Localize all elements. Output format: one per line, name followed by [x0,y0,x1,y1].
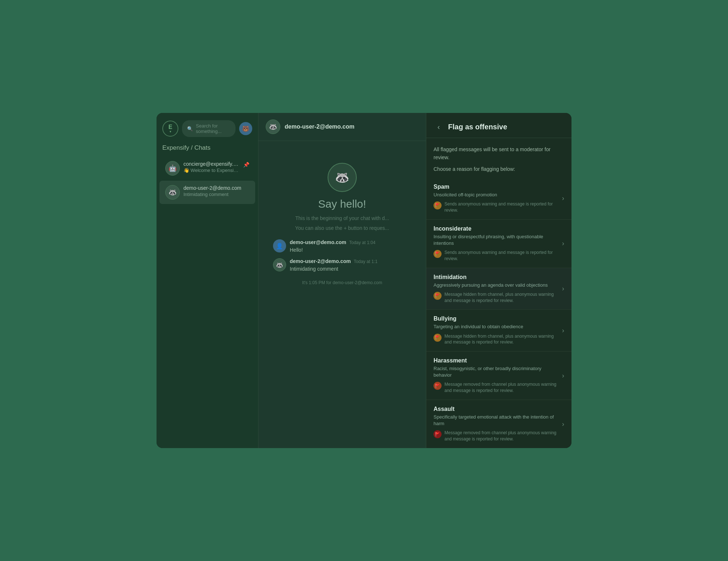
flag-meta-text-inconsiderate: Sends anonymous warning and message is r… [444,250,558,262]
flag-option-spam-content: Spam Unsolicited off-topic promotion 🚩 S… [434,184,558,213]
msg-sender-2: demo-user-2@demo.com [290,258,351,264]
flag-meta-text-bullying: Message hidden from channel, plus anonym… [444,333,558,346]
main-chat: 🦝 demo-user-2@demo.com 🦝 Say hello! This… [258,113,426,448]
flag-option-inconsiderate[interactable]: Inconsiderate Insulting or disrespectful… [426,220,571,268]
chat-item-concierge[interactable]: 🤖 concierge@expensify.com 👋 Welcome to E… [159,157,255,180]
flag-desc-text: All flagged messages will be sent to a m… [434,145,564,162]
flag-badge-spam: 🚩 [434,201,442,209]
breadcrumb-area: Expensify / Chats [157,141,258,156]
sidebar-header: E ▾ 🔍 Search for something... 🐻 [157,113,258,141]
flag-badge-assault: 🚩 [434,430,442,438]
message-row-1: 👤 demo-user@demo.com Today at 1:04 Hello… [273,239,411,254]
chat-header: 🦝 demo-user-2@demo.com [258,113,426,141]
msg-time-2: Today at 1:1 [354,259,377,264]
chevron-right-intimidation: › [562,285,564,293]
search-icon: 🔍 [187,126,193,132]
app-container: E ▾ 🔍 Search for something... 🐻 Expensif… [157,113,571,448]
say-hello-title: Say hello! [318,198,366,210]
flag-option-harassment[interactable]: Harassment Racist, misogynistic, or othe… [426,352,571,400]
chat-list: 🤖 concierge@expensify.com 👋 Welcome to E… [157,156,258,448]
logo-icon[interactable]: E ▾ [162,121,178,137]
flag-option-bullying-title: Bullying [434,315,558,322]
chat-avatar-concierge: 🤖 [165,161,180,176]
flag-option-inconsiderate-title: Inconsiderate [434,225,558,232]
flag-meta-text-spam: Sends anonymous warning and message is r… [444,201,558,213]
flag-badge-harassment: 🚩 [434,382,442,390]
flag-badge-bullying: 🚩 [434,334,442,342]
chat-info-concierge: concierge@expensify.com 👋 Welcome to Exp… [183,161,240,173]
chevron-right-inconsiderate: › [562,240,564,247]
chat-name-demo-user-2: demo-user-2@demo.com [183,185,249,191]
chat-item-demo-user-2[interactable]: 🦝 demo-user-2@demo.com Intimidating comm… [159,181,255,204]
flag-meta-text-harassment: Message removed from channel plus anonym… [444,381,558,394]
hello-avatar: 🦝 [328,163,357,192]
flag-badge-inconsiderate: 🚩 [434,250,442,258]
flag-option-inconsiderate-desc: Insulting or disrespectful phrasing, wit… [434,234,558,247]
chat-body: 🦝 Say hello! This is the beginning of yo… [258,141,426,448]
flag-option-spam-desc: Unsolicited off-topic promotion [434,192,558,198]
back-button[interactable]: ‹ [434,122,444,132]
msg-content-2: demo-user-2@demo.com Today at 1:1 Intimi… [290,258,411,273]
flag-option-assault-content: Assault Specifically targeted emotional … [434,406,558,442]
msg-header-1: demo-user@demo.com Today at 1:04 [290,239,411,245]
msg-avatar-2: 🦝 [273,258,286,271]
flag-option-harassment-content: Harassment Racist, misogynistic, or othe… [434,357,558,394]
flag-option-harassment-title: Harassment [434,357,558,364]
flag-option-intimidation[interactable]: Intimidation Aggressively pursuing an ag… [426,268,571,310]
pin-icon: 📌 [243,162,249,168]
flag-option-intimidation-desc: Aggressively pursuing an agenda over val… [434,282,558,289]
msg-avatar-1: 👤 [273,239,286,252]
msg-content-1: demo-user@demo.com Today at 1:04 Hello! [290,239,411,254]
flag-meta-text-intimidation: Message hidden from channel, plus anonym… [444,291,558,304]
flag-options-list: Spam Unsolicited off-topic promotion 🚩 S… [426,178,571,448]
flag-option-intimidation-content: Intimidation Aggressively pursuing an ag… [434,274,558,304]
flag-option-bullying[interactable]: Bullying Targeting an individual to obta… [426,310,571,352]
msg-text-1: Hello! [290,246,411,254]
flag-header: ‹ Flag as offensive [426,113,571,138]
msg-sender-1: demo-user@demo.com [290,239,346,245]
flag-option-assault-title: Assault [434,406,558,412]
sidebar: E ▾ 🔍 Search for something... 🐻 Expensif… [157,113,258,448]
flag-option-inconsiderate-content: Inconsiderate Insulting or disrespectful… [434,225,558,262]
chevron-right-bullying: › [562,327,564,334]
flag-option-bullying-desc: Targeting an individual to obtain obedie… [434,323,558,330]
flag-option-spam[interactable]: Spam Unsolicited off-topic promotion 🚩 S… [426,178,571,220]
chevron-right-assault: › [562,420,564,428]
flag-option-intimidation-meta: 🚩 Message hidden from channel, plus anon… [434,291,558,304]
flag-option-assault-meta: 🚩 Message removed from channel plus anon… [434,430,558,442]
flag-badge-intimidation: 🚩 [434,292,442,300]
flag-option-assault[interactable]: Assault Specifically targeted emotional … [426,400,571,448]
say-hello-area: 🦝 Say hello! This is the beginning of yo… [295,148,389,232]
flag-option-spam-meta: 🚩 Sends anonymous warning and message is… [434,201,558,213]
user-avatar[interactable]: 🐻 [239,122,252,135]
chat-info-demo-user-2: demo-user-2@demo.com Intimidating commen… [183,185,249,197]
chevron-right-harassment: › [562,372,564,380]
flag-meta-text-assault: Message removed from channel plus anonym… [444,430,558,442]
chevron-right-spam: › [562,195,564,202]
say-hello-subtitle-2: You can also use the + button to reques.… [295,224,389,232]
flag-option-harassment-meta: 🚩 Message removed from channel plus anon… [434,381,558,394]
chat-header-name: demo-user-2@demo.com [285,123,355,130]
flag-panel: ‹ Flag as offensive All flagged messages… [426,113,571,448]
say-hello-subtitle-1: This is the beginning of your chat with … [295,215,389,222]
flag-description-area: All flagged messages will be sent to a m… [426,138,571,178]
flag-title: Flag as offensive [448,123,507,131]
flag-option-inconsiderate-meta: 🚩 Sends anonymous warning and message is… [434,250,558,262]
msg-header-2: demo-user-2@demo.com Today at 1:1 [290,258,411,264]
search-bar[interactable]: 🔍 Search for something... [182,120,236,137]
messages-area: 👤 demo-user@demo.com Today at 1:04 Hello… [266,232,419,295]
flag-option-assault-desc: Specifically targeted emotional attack w… [434,414,558,427]
chat-name-concierge: concierge@expensify.com [183,161,240,167]
msg-text-2: Intimidating comment [290,265,411,273]
flag-option-bullying-meta: 🚩 Message hidden from channel, plus anon… [434,333,558,346]
chat-preview-demo-user-2: Intimidating comment [183,192,249,197]
breadcrumb: Expensify / Chats [162,144,252,152]
flag-option-intimidation-title: Intimidation [434,274,558,280]
chat-avatar-demo-user-2: 🦝 [165,185,180,200]
message-row-2: 🦝 demo-user-2@demo.com Today at 1:1 Inti… [273,258,411,273]
chat-header-avatar: 🦝 [266,119,280,134]
msg-time-1: Today at 1:04 [349,240,375,245]
chat-preview-concierge: 👋 Welcome to Expensify! I'm Concierge, w… [183,168,240,173]
flag-option-bullying-content: Bullying Targeting an individual to obta… [434,315,558,345]
search-placeholder: Search for something... [196,123,230,134]
